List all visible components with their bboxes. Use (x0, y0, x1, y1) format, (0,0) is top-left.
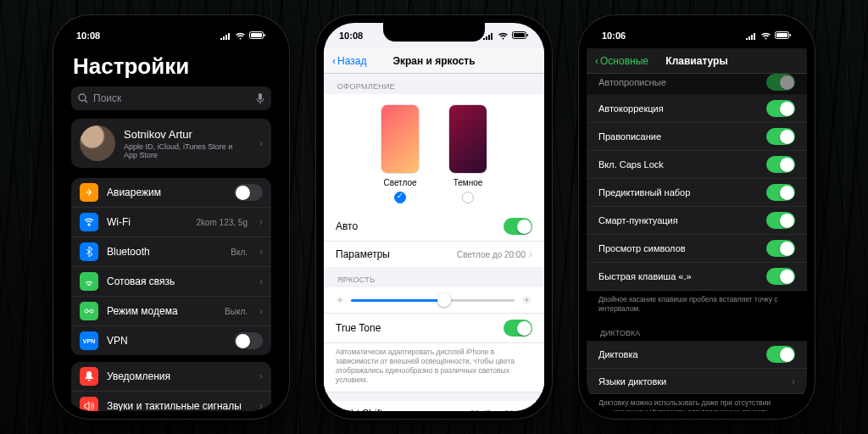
row-label: Авиарежим (107, 186, 225, 198)
profile-sub: Apple ID, iCloud, iTunes Store и App Sto… (124, 142, 248, 159)
row-brightness-slider[interactable]: ☀ ☀ (324, 287, 544, 314)
row-value: 2kom 123, 5g (196, 218, 248, 227)
row-notifications[interactable]: Уведомления › (71, 362, 271, 392)
status-indicators (745, 31, 792, 40)
row-bluetooth[interactable]: Bluetooth Вкл. › (71, 237, 271, 267)
row-keyboard-option[interactable]: Правописание (587, 123, 807, 151)
svg-line-4 (85, 100, 87, 103)
appearance-light[interactable]: Светлое (381, 104, 420, 203)
row-value: 23:45 — 08:30 (470, 409, 526, 411)
chevron-right-icon: › (259, 137, 263, 149)
row-label: Диктовка (598, 349, 766, 359)
row-vpn[interactable]: VPN VPN (71, 326, 271, 355)
row-keyboard-option[interactable]: Автокоррекция (587, 95, 807, 123)
row-dictation[interactable]: Диктовка (587, 341, 807, 369)
status-time: 10:06 (602, 31, 626, 41)
radio-unselected[interactable] (462, 192, 474, 203)
option-toggle[interactable] (766, 240, 795, 257)
option-toggle[interactable] (766, 156, 795, 173)
row-cellular[interactable]: Сотовая связь › (71, 267, 271, 297)
phone-display-brightness: 10:08 ‹ Назад Экран и яркость ОФОРМЛЕНИЕ… (315, 14, 553, 420)
row-keyboard-option[interactable]: Автопрописные (587, 74, 807, 95)
battery-icon (775, 31, 792, 40)
row-nightshift[interactable]: Night Shift 23:45 — 08:30 › (324, 401, 544, 411)
vpn-toggle[interactable] (234, 332, 263, 349)
back-label: Назад (337, 55, 366, 67)
notch (383, 23, 485, 42)
radio-selected[interactable] (394, 192, 406, 203)
notch (646, 23, 748, 42)
note-period-shortcut: Двойное касание клавиши пробела вставляе… (587, 291, 807, 320)
apple-id-row[interactable]: Sotnikov Artur Apple ID, iCloud, iTunes … (71, 119, 271, 168)
row-airplane[interactable]: ✈ Авиарежим (71, 178, 271, 208)
row-label: Авто (336, 220, 504, 232)
search-input[interactable]: Поиск (71, 86, 271, 110)
notch (120, 23, 222, 42)
row-label: Параметры (336, 248, 457, 260)
auto-toggle[interactable] (504, 218, 532, 235)
svg-point-6 (88, 285, 90, 287)
group-alerts: Уведомления › Звуки и тактильные сигналы… (71, 362, 271, 411)
row-label: Сотовая связь (107, 275, 248, 287)
back-button[interactable]: ‹ Основные (595, 55, 648, 67)
mic-icon[interactable] (256, 93, 264, 104)
navbar: ‹ Назад Экран и яркость (324, 48, 544, 74)
appearance-dark[interactable]: Темное (448, 104, 487, 203)
wifi-icon (235, 32, 246, 40)
battery-icon (512, 31, 529, 40)
search-icon (78, 93, 88, 103)
wifi-icon (760, 32, 771, 40)
option-toggle[interactable] (766, 184, 795, 201)
row-sounds[interactable]: Звуки и тактильные сигналы › (71, 392, 271, 411)
row-keyboard-option[interactable]: Вкл. Caps Lock (587, 151, 807, 179)
row-params[interactable]: Параметры Светлое до 20:00 › (324, 242, 544, 267)
svg-rect-15 (776, 33, 787, 37)
row-truetone[interactable]: True Tone (324, 314, 544, 343)
back-button[interactable]: ‹ Назад (332, 55, 366, 67)
navbar: ‹ Основные Клавиатуры (587, 48, 807, 74)
appearance-picker: Светлое Темное (324, 94, 544, 212)
row-label: Night Shift (336, 408, 470, 411)
row-label: Автокоррекция (598, 103, 766, 114)
option-toggle[interactable] (766, 268, 795, 285)
svg-point-7 (85, 309, 88, 313)
row-hotspot[interactable]: Режим модема Выкл. › (71, 297, 271, 326)
brightness-slider[interactable] (351, 299, 515, 302)
option-toggle[interactable] (766, 128, 795, 145)
option-toggle[interactable] (766, 212, 795, 229)
sounds-icon (80, 397, 98, 411)
search-placeholder: Поиск (93, 92, 121, 104)
row-keyboard-option[interactable]: Смарт-пунктуация (587, 207, 807, 235)
option-toggle[interactable] (766, 74, 795, 91)
bluetooth-icon (80, 242, 98, 261)
page-title: Настройки (61, 48, 281, 86)
row-keyboard-option[interactable]: Просмотр символов (587, 235, 807, 263)
svg-point-8 (90, 309, 93, 313)
row-keyboard-option[interactable]: Быстрая клавиша «.» (587, 263, 807, 291)
row-dictation-languages[interactable]: Языки диктовки › (587, 369, 807, 394)
row-label: Bluetooth (107, 246, 222, 258)
chevron-right-icon: › (529, 248, 532, 260)
row-label: Предиктивный набор (598, 187, 766, 198)
row-label: Вкл. Caps Lock (598, 159, 766, 170)
row-keyboard-option[interactable]: Предиктивный набор (587, 179, 807, 207)
profile-name: Sotnikov Artur (124, 128, 248, 141)
option-toggle[interactable] (766, 100, 795, 117)
notifications-icon (80, 367, 98, 386)
row-label: Языки диктовки (598, 376, 788, 387)
row-label: VPN (107, 335, 225, 347)
row-label: Быстрая клавиша «.» (598, 271, 766, 281)
row-wifi[interactable]: Wi-Fi 2kom 123, 5g › (71, 208, 271, 237)
dictation-toggle[interactable] (766, 346, 795, 363)
row-value: Светлое до 20:00 (457, 250, 526, 259)
svg-rect-2 (264, 34, 266, 36)
chevron-right-icon: › (259, 305, 263, 317)
row-auto[interactable]: Авто (324, 212, 544, 242)
avatar (80, 125, 115, 161)
chevron-left-icon: ‹ (332, 55, 336, 67)
airplane-toggle[interactable] (234, 184, 263, 201)
truetone-toggle[interactable] (504, 320, 532, 337)
row-label: True Tone (336, 322, 504, 334)
row-value: Выкл. (225, 307, 248, 316)
battery-icon (249, 31, 266, 40)
